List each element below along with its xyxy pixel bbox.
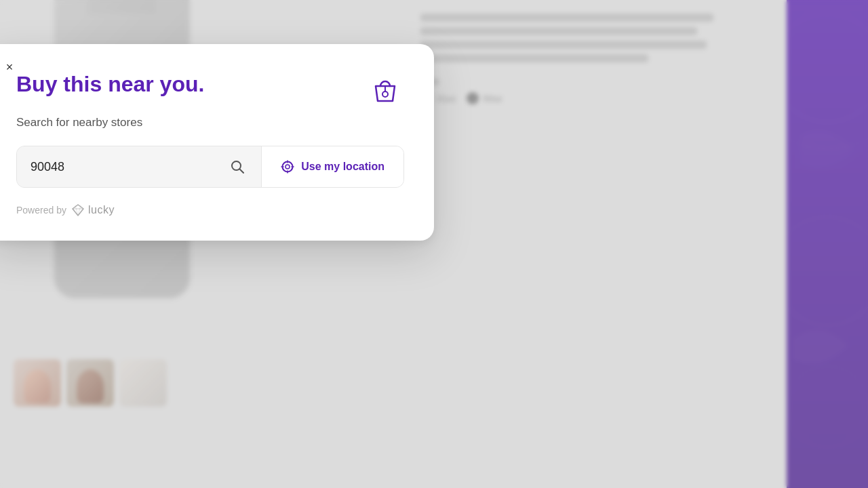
modal-footer: Powered by lucky: [16, 204, 404, 216]
lucky-brand-name: lucky: [88, 204, 115, 216]
search-submit-button[interactable]: [227, 157, 248, 177]
shop-bag-icon: [366, 71, 404, 109]
search-row: Use my location: [16, 146, 404, 188]
search-icon: [230, 159, 245, 174]
modal-close-button[interactable]: ×: [0, 58, 19, 77]
use-location-button[interactable]: Use my location: [261, 146, 403, 187]
lucky-diamond-icon: [72, 204, 84, 216]
svg-point-4: [382, 92, 388, 97]
lucky-logo: lucky: [72, 204, 115, 216]
store-finder-modal: × Buy this near you. Search for nearby s…: [0, 44, 434, 241]
powered-by-text: Powered by: [16, 205, 66, 216]
use-location-label: Use my location: [301, 161, 384, 173]
location-target-icon: [281, 160, 294, 174]
modal-title: Buy this near you.: [16, 71, 204, 97]
svg-point-9: [285, 165, 290, 169]
zip-search-input[interactable]: [31, 160, 227, 174]
svg-marker-14: [73, 205, 83, 216]
svg-line-7: [240, 169, 244, 174]
modal-header: Buy this near you.: [16, 71, 404, 109]
search-input-wrap: [17, 146, 261, 187]
modal-subtitle: Search for nearby stores: [16, 116, 404, 129]
